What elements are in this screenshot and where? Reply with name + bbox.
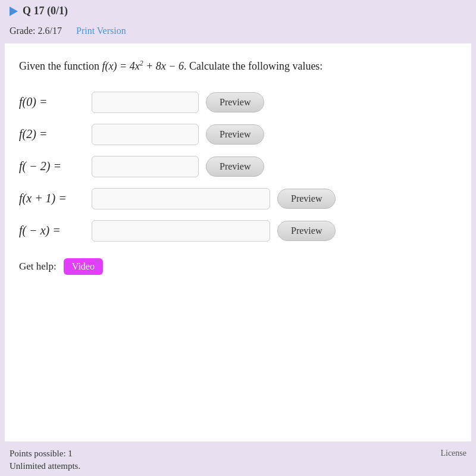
license-label: License bbox=[440, 449, 466, 458]
label-f-negx: f( − x) = bbox=[19, 224, 84, 237]
bottom-left: Points possible: 1 Unlimited attempts. bbox=[10, 449, 80, 471]
grade-bar: Grade: 2.6/17 Print Version bbox=[0, 22, 476, 43]
field-row-f-negx: f( − x) = Preview bbox=[19, 220, 457, 242]
print-version-link[interactable]: Print Version bbox=[76, 26, 126, 36]
video-button[interactable]: Video bbox=[64, 258, 103, 275]
label-fx1: f(x + 1) = bbox=[19, 192, 84, 205]
main-content: Given the function f(x) = 4x2 + 8x − 6. … bbox=[5, 43, 471, 441]
label-f-neg2: f( − 2) = bbox=[19, 159, 84, 173]
play-icon bbox=[10, 7, 18, 16]
preview-button-f0[interactable]: Preview bbox=[206, 92, 264, 112]
preview-button-f-negx[interactable]: Preview bbox=[277, 221, 336, 241]
field-row-f0: f(0) = Preview bbox=[19, 92, 457, 113]
get-help-section: Get help: Video bbox=[19, 258, 457, 275]
points-label: Points possible: 1 bbox=[10, 449, 80, 459]
fields-container: f(0) = Preview f(2) = Preview f( − 2) = … bbox=[19, 92, 457, 242]
input-f2[interactable] bbox=[92, 124, 199, 145]
top-bar: Q 17 (0/1) bbox=[0, 0, 476, 22]
preview-button-f2[interactable]: Preview bbox=[206, 124, 264, 145]
field-row-f-neg2: f( − 2) = Preview bbox=[19, 156, 457, 177]
get-help-label: Get help: bbox=[19, 261, 57, 273]
q-title: Q 17 (0/1) bbox=[23, 5, 68, 17]
problem-description: Given the function f(x) = 4x2 + 8x − 6. … bbox=[19, 58, 457, 75]
label-f0: f(0) = bbox=[19, 95, 84, 109]
attempts-label: Unlimited attempts. bbox=[10, 461, 80, 471]
grade-label: Grade: 2.6/17 bbox=[10, 26, 62, 36]
preview-button-fx1[interactable]: Preview bbox=[277, 189, 336, 209]
label-f2: f(2) = bbox=[19, 127, 84, 141]
field-row-fx1: f(x + 1) = Preview bbox=[19, 188, 457, 209]
input-f0[interactable] bbox=[92, 92, 199, 113]
function-expression: f(x) = 4x2 + 8x − 6 bbox=[102, 60, 183, 72]
preview-button-f-neg2[interactable]: Preview bbox=[206, 156, 264, 177]
field-row-f2: f(2) = Preview bbox=[19, 124, 457, 145]
input-f-negx[interactable] bbox=[92, 220, 270, 242]
input-fx1[interactable] bbox=[92, 188, 270, 209]
bottom-bar: Points possible: 1 Unlimited attempts. L… bbox=[0, 441, 476, 476]
input-f-neg2[interactable] bbox=[92, 156, 199, 177]
